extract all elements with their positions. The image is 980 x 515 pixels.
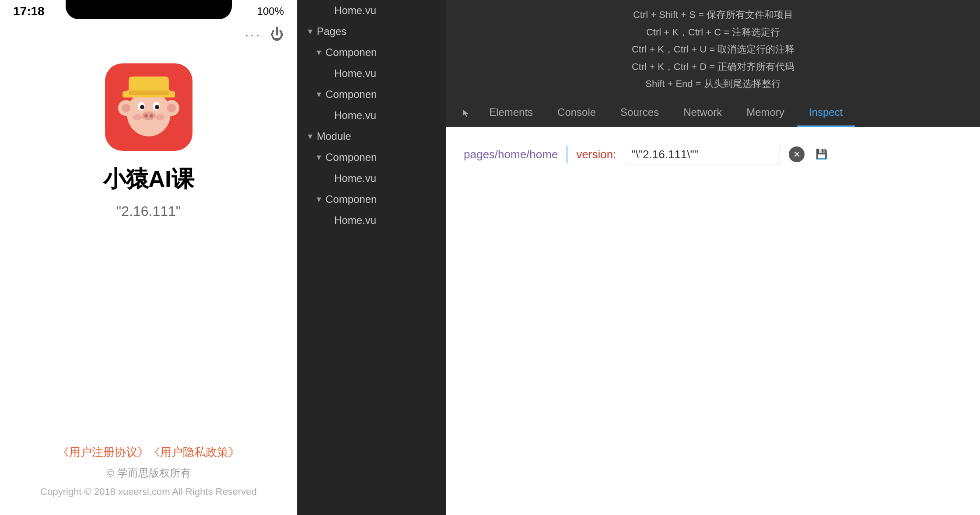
svg-point-10 [122, 104, 130, 112]
inspect-key: version: [576, 148, 616, 161]
footer-copyright-en: Copyright © 2018 xueersi.com All Rights … [40, 486, 256, 498]
mobile-content: 小猿AI课 "2.16.111" [0, 46, 297, 431]
shortcut-item: Ctrl + K，Ctrl + D = 正确对齐所有代码 [464, 58, 962, 76]
shortcut-item: Shift + End = 从头到尾选择整行 [464, 75, 962, 93]
battery-indicator: 100% [257, 5, 284, 17]
inspect-value-input[interactable] [625, 145, 780, 164]
tree-item-label: Home.vu [334, 172, 376, 184]
toolbar-dots[interactable]: ··· [245, 27, 261, 42]
footer-copyright-cn: © 学而思版权所有 [106, 466, 190, 480]
tree-folder[interactable]: ▼Componen [298, 84, 446, 105]
tree-item-label: Home.vu [334, 4, 376, 17]
devtools-content: pages/home/home version: ✕ 💾 [446, 127, 980, 515]
tree-folder[interactable]: ▼Componen [298, 42, 446, 63]
mobile-toolbar: ··· ⏻ [0, 23, 297, 46]
tab-network[interactable]: Network [671, 99, 734, 127]
app-logo [105, 63, 192, 151]
shortcut-item: Ctrl + K，Ctrl + U = 取消选定行的注释 [464, 41, 962, 58]
tab-memory[interactable]: Memory [734, 99, 797, 127]
mobile-footer: 《用户注册协议》《用户隐私政策》 © 学而思版权所有 Copyright © 2… [0, 431, 297, 515]
footer-links[interactable]: 《用户注册协议》《用户隐私政策》 [58, 445, 240, 460]
tree-folder[interactable]: ▼Module [298, 126, 446, 147]
svg-point-5 [155, 105, 159, 109]
power-icon[interactable]: ⏻ [270, 26, 284, 42]
svg-point-18 [156, 114, 164, 120]
monkey-avatar [114, 72, 184, 142]
mobile-panel: 17:18 100% ··· ⏻ [0, 0, 298, 515]
devtools-panel: Ctrl + Shift + S = 保存所有文件和项目Ctrl + K，Ctr… [446, 0, 980, 515]
svg-point-12 [167, 104, 176, 112]
file-tree-panel: Home.vu▼Pages▼ComponenHome.vu▼ComponenHo… [298, 0, 446, 515]
status-time: 17:18 [13, 4, 45, 18]
tree-item-label: Componen [326, 151, 377, 164]
tree-file[interactable]: Home.vu [298, 0, 446, 21]
tree-item-label: Home.vu [334, 109, 376, 122]
tree-folder[interactable]: ▼Componen [298, 147, 446, 168]
shortcuts-bar: Ctrl + Shift + S = 保存所有文件和项目Ctrl + K，Ctr… [446, 0, 980, 99]
svg-point-4 [140, 105, 144, 109]
tree-file[interactable]: Home.vu [298, 168, 446, 189]
svg-point-6 [142, 111, 156, 120]
inspect-clear-button[interactable]: ✕ [789, 146, 805, 162]
svg-point-8 [150, 114, 153, 118]
svg-rect-16 [129, 90, 169, 95]
tree-item-label: Module [317, 130, 351, 143]
svg-point-7 [144, 114, 148, 118]
status-right: 100% [257, 5, 284, 17]
tree-file[interactable]: Home.vu [298, 105, 446, 126]
notch [66, 0, 232, 19]
tab-elements[interactable]: Elements [477, 99, 545, 127]
tab-sources[interactable]: Sources [608, 99, 671, 127]
tab-console[interactable]: Console [545, 99, 608, 127]
tree-item-label: Home.vu [334, 214, 376, 226]
inspect-row: pages/home/home version: ✕ 💾 [464, 145, 962, 164]
inspect-path: pages/home/home [464, 148, 558, 161]
inspect-save-button[interactable]: 💾 [813, 146, 829, 162]
tree-folder[interactable]: ▼Pages [298, 21, 446, 42]
tab-inspect[interactable]: Inspect [797, 99, 855, 127]
cursor-icon[interactable] [455, 100, 477, 126]
tree-file[interactable]: Home.vu [298, 63, 446, 84]
tree-item-label: Componen [326, 46, 377, 59]
tree-item-label: Home.vu [334, 67, 376, 80]
shortcut-item: Ctrl + K，Ctrl + C = 注释选定行 [464, 24, 962, 41]
inspect-divider [567, 146, 567, 163]
tree-item-label: Pages [317, 25, 346, 38]
app-version: "2.16.111" [116, 203, 181, 219]
svg-point-17 [133, 114, 142, 120]
app-name: 小猿AI课 [103, 164, 194, 195]
tree-item-label: Componen [326, 88, 377, 101]
shortcut-item: Ctrl + Shift + S = 保存所有文件和项目 [464, 6, 962, 24]
tree-file[interactable]: Home.vu [298, 210, 446, 231]
tree-folder[interactable]: ▼Componen [298, 189, 446, 210]
devtools-tabs: ElementsConsoleSourcesNetworkMemoryInspe… [446, 99, 980, 127]
tree-item-label: Componen [326, 193, 377, 205]
